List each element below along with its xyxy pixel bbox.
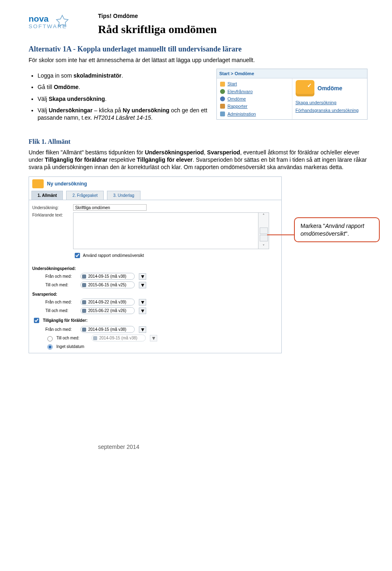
- section-heading-alt1a: Alternativ 1A - Koppla underlaget manuel…: [29, 45, 368, 54]
- label-undersokning: Undersökning:: [32, 205, 73, 210]
- speech-icon: [220, 96, 225, 101]
- label-to: Till och med:: [45, 308, 78, 313]
- menu-screenshot: Start > Omdöme Start Elevfrånvaro Omdöme…: [216, 69, 368, 120]
- radio-inget-slutdatum[interactable]: [47, 344, 53, 350]
- page-title: Råd skriftliga omdömen: [98, 22, 368, 37]
- breadcrumb: Start > Omdöme: [217, 69, 367, 78]
- label-from: Från och med:: [45, 327, 78, 332]
- link-skapa-undersokning[interactable]: Skapa undersökning: [296, 99, 364, 106]
- checkbox-tillganglig-foralder[interactable]: [34, 318, 39, 323]
- checkbox-anvand-rapport[interactable]: [75, 253, 80, 258]
- list-item: Välj Undersökningar – klicka på Ny under…: [38, 107, 208, 121]
- tab-fragepaket[interactable]: 2. Frågepaket: [66, 191, 104, 200]
- label-from: Från och med:: [45, 274, 78, 279]
- list-item: Välj Skapa undersökning.: [38, 95, 208, 103]
- date-input-sp-from[interactable]: 2014-09-22 (må v39): [80, 299, 135, 306]
- form-screenshot: Ny undersökning 1. Allmänt 2. Frågepaket…: [29, 176, 282, 353]
- date-input-tf-to[interactable]: 2014-09-15 (må v38): [91, 335, 146, 341]
- flik1-heading: Flik 1. Allmänt: [29, 138, 368, 146]
- heading-undersokningsperiod: Undersökningsperiod:: [29, 263, 281, 272]
- tips-label: Tips! Omdöme: [98, 12, 368, 20]
- date-dropdown-icon[interactable]: ⯆: [150, 335, 157, 341]
- radio-tf-to[interactable]: [47, 336, 53, 341]
- link-forhandsgranska[interactable]: Förhandsgranska undersökning: [296, 107, 364, 114]
- date-input-sp-to[interactable]: 2015-06-22 (må v26): [80, 307, 135, 314]
- tab-allmant[interactable]: 1. Allmänt: [31, 191, 63, 200]
- chart-icon: [220, 104, 225, 109]
- heading-tillganglig-foralder: Tillgänglig för förälder:: [43, 318, 87, 323]
- nova-logo: nova SOFTWARE: [29, 12, 98, 36]
- menu-item-administration[interactable]: Administration: [220, 110, 289, 118]
- label-from: Från och med:: [45, 299, 78, 305]
- date-dropdown-icon[interactable]: ⯆: [139, 326, 146, 333]
- grid-icon: [220, 112, 225, 116]
- footer-date: september 2014: [29, 443, 368, 451]
- list-item: Logga in som skoladministratör.: [38, 72, 208, 79]
- input-undersokning[interactable]: [73, 204, 147, 211]
- date-input-up-from[interactable]: 2014-09-15 (må v38): [80, 273, 135, 280]
- tab-underlag[interactable]: 3. Underlag: [107, 191, 140, 200]
- callout-box: Markera "Använd rapport omdömesöversikt"…: [294, 217, 380, 242]
- form-title: Ny undersökning: [47, 181, 87, 187]
- person-icon: [220, 89, 225, 94]
- menu-item-elevfranvaro[interactable]: Elevfrånvaro: [220, 88, 289, 95]
- label-anvand-rapport: Använd rapport omdömesöversikt: [83, 253, 144, 258]
- scroll-up-icon[interactable]: ˄: [258, 213, 269, 218]
- menu-item-start[interactable]: Start: [220, 80, 289, 87]
- svg-text:SOFTWARE: SOFTWARE: [29, 23, 67, 29]
- toolbar-icon[interactable]: [260, 235, 268, 241]
- heading-svarsperiod: Svarsperiod:: [29, 289, 281, 298]
- toolbar-icon[interactable]: [260, 228, 268, 234]
- folder-icon: [32, 179, 44, 188]
- menu-item-rapporter[interactable]: Rapporter: [220, 103, 289, 110]
- svg-text:nova: nova: [29, 14, 49, 23]
- date-dropdown-icon[interactable]: ⯆: [139, 308, 146, 314]
- label-inget-slutdatum: Inget slutdatum: [56, 344, 84, 349]
- menu-item-omdome[interactable]: Omdöme: [220, 95, 289, 103]
- intro-text: För skolor som inte har ett ämnesschema …: [29, 56, 368, 64]
- date-dropdown-icon[interactable]: ⯆: [139, 273, 146, 280]
- date-dropdown-icon[interactable]: ⯆: [139, 299, 146, 306]
- label-forklarande: Förklarande text:: [32, 212, 73, 218]
- list-item: Gå till Omdöme.: [38, 83, 208, 91]
- omdome-heading: Omdöme: [318, 85, 343, 92]
- label-to: Till och med:: [56, 335, 89, 341]
- textarea-forklarande[interactable]: ˄ ˅: [73, 212, 269, 249]
- label-to: Till och med:: [45, 282, 78, 288]
- home-icon: [220, 82, 225, 87]
- instruction-list: Logga in som skoladministratör. Gå till …: [29, 72, 208, 121]
- date-input-up-to[interactable]: 2015-06-15 (må v25): [80, 281, 135, 288]
- scroll-down-icon[interactable]: ˅: [258, 243, 269, 249]
- date-dropdown-icon[interactable]: ⯆: [139, 282, 146, 288]
- flik1-text: Under fliken "Allmänt" bestäms tidpunkte…: [29, 149, 368, 171]
- omdome-folder-icon: [296, 80, 314, 96]
- page-header: nova SOFTWARE Tips! Omdöme Råd skriftlig…: [29, 12, 368, 37]
- date-input-tf-from[interactable]: 2014-09-15 (må v38): [80, 326, 135, 333]
